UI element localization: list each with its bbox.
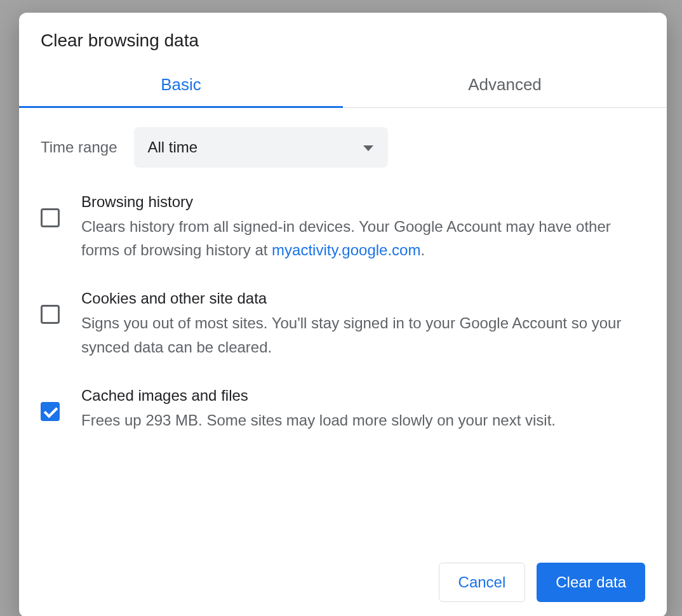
clear-browsing-data-dialog: Clear browsing data Basic Advanced Time … bbox=[19, 13, 667, 616]
option-text: Cached images and files Frees up 293 MB.… bbox=[81, 387, 645, 432]
option-text: Browsing history Clears history from all… bbox=[81, 193, 645, 262]
chevron-down-icon bbox=[363, 138, 374, 156]
dialog-title: Clear browsing data bbox=[19, 13, 667, 64]
option-title: Cookies and other site data bbox=[81, 290, 645, 307]
option-description: Frees up 293 MB. Some sites may load mor… bbox=[81, 408, 645, 432]
option-title: Cached images and files bbox=[81, 387, 645, 405]
myactivity-link[interactable]: myactivity.google.com bbox=[272, 241, 420, 258]
time-range-label: Time range bbox=[41, 138, 117, 156]
option-cookies: Cookies and other site data Signs you ou… bbox=[41, 290, 645, 358]
option-description: Signs you out of most sites. You'll stay… bbox=[81, 311, 645, 358]
time-range-select[interactable]: All time bbox=[134, 127, 388, 168]
option-text: Cookies and other site data Signs you ou… bbox=[81, 290, 645, 358]
checkbox-cache[interactable] bbox=[41, 402, 60, 421]
tab-basic[interactable]: Basic bbox=[19, 64, 343, 108]
option-browsing-history: Browsing history Clears history from all… bbox=[41, 193, 645, 262]
option-cache: Cached images and files Frees up 293 MB.… bbox=[41, 387, 645, 432]
checkbox-cookies[interactable] bbox=[41, 305, 60, 324]
time-range-value: All time bbox=[148, 138, 198, 156]
tabs: Basic Advanced bbox=[19, 64, 667, 108]
option-description: Clears history from all signed-in device… bbox=[81, 215, 645, 262]
tab-advanced[interactable]: Advanced bbox=[343, 64, 667, 107]
dialog-body: Time range All time Browsing history Cle… bbox=[19, 108, 667, 466]
checkbox-browsing-history[interactable] bbox=[41, 208, 60, 227]
option-title: Browsing history bbox=[81, 193, 645, 211]
time-range-row: Time range All time bbox=[41, 127, 645, 168]
clear-data-button[interactable]: Clear data bbox=[537, 563, 645, 602]
dialog-footer: Cancel Clear data bbox=[19, 555, 667, 602]
cancel-button[interactable]: Cancel bbox=[439, 563, 526, 602]
